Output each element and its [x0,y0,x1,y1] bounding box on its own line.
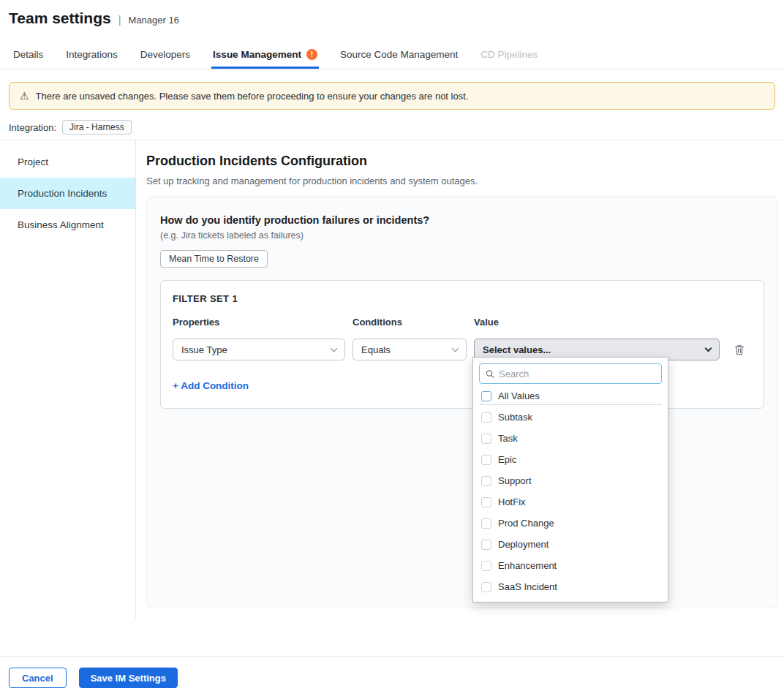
filter-set-1: FILTER SET 1 Properties Conditions Value… [160,280,764,409]
page-header: Team settings | Manager 16 [9,10,179,27]
option-all-values-label: All Values [498,390,540,401]
option-subtask-label: Subtask [498,412,532,423]
unsaved-changes-banner: ⚠ There are unsaved changes. Please save… [9,82,775,110]
trash-icon [734,344,745,356]
sidebar-item-project-label: Project [18,156,48,167]
option-saas-incident[interactable]: SaaS Incident [479,576,662,597]
option-support[interactable]: Support [479,470,662,491]
option-enhancement[interactable]: Enhancement [479,555,662,576]
section-subtitle: Set up tracking and management for produ… [146,175,778,186]
tab-integrations-label: Integrations [66,49,118,60]
value-multiselect-placeholder: Select values... [483,344,551,355]
option-customer-notification[interactable]: Customer Notification [479,597,662,602]
option-task-label: Task [498,433,518,444]
option-deployment[interactable]: Deployment [479,534,662,555]
tab-cd-pipelines: CD Pipelines [479,42,539,69]
sidebar-item-business-alignment[interactable]: Business Alignment [0,209,135,241]
settings-sidebar: Project Production Incidents Business Al… [0,140,136,618]
checkbox-epic[interactable] [481,455,491,465]
tab-details[interactable]: Details [12,42,45,69]
footer-divider [0,656,784,657]
tab-issue-management[interactable]: Issue Management ! [211,42,319,69]
tab-issue-management-label: Issue Management [213,49,301,60]
checkbox-hotfix[interactable] [481,497,491,507]
option-support-label: Support [498,475,532,486]
sidebar-item-production-incidents[interactable]: Production Incidents [0,178,135,209]
search-icon [486,369,494,379]
column-header-value: Value [474,317,720,328]
checkbox-all-values[interactable] [481,391,491,401]
chevron-down-icon [331,344,338,352]
sidebar-item-production-incidents-label: Production Incidents [18,188,107,199]
integration-row: Integration: Jira - Harness [9,120,132,135]
section-title: Production Incidents Configuration [146,154,778,169]
tab-source-code-management[interactable]: Source Code Management [339,42,459,69]
checkbox-enhancement[interactable] [481,561,491,571]
option-enhancement-label: Enhancement [498,560,557,571]
option-epic-label: Epic [498,454,516,465]
title-separator: | [118,13,121,26]
filter-column-headers: Properties Conditions Value [173,317,752,328]
tab-details-label: Details [13,49,43,60]
sidebar-item-project[interactable]: Project [0,146,135,178]
column-header-conditions: Conditions [353,317,467,328]
option-deployment-label: Deployment [498,539,549,550]
tab-integrations[interactable]: Integrations [64,42,119,69]
checkbox-saas-incident[interactable] [481,582,491,592]
conditions-select-value: Equals [361,344,391,355]
footer-actions: Cancel Save IM Settings [9,668,178,688]
save-im-settings-button[interactable]: Save IM Settings [79,668,178,688]
properties-select-value: Issue Type [181,344,227,355]
integration-chip[interactable]: Jira - Harness [62,120,132,135]
dropdown-search [479,363,662,384]
tab-bar: Details Integrations Developers Issue Ma… [0,42,784,69]
page-title: Team settings [9,10,111,27]
conditions-select[interactable]: Equals [353,339,467,360]
tab-developers-label: Developers [140,49,190,60]
config-question: How do you identify production failures … [160,214,764,226]
option-epic[interactable]: Epic [479,449,662,470]
option-hotfix-label: HotFix [498,496,526,507]
tab-source-code-management-label: Source Code Management [340,49,458,60]
delete-condition-button[interactable] [734,344,745,356]
option-prod-change-label: Prod Change [498,518,554,529]
filter-set-title: FILTER SET 1 [173,293,752,304]
unsaved-changes-text: There are unsaved changes. Please save t… [36,91,469,102]
team-name: Manager 16 [129,15,179,26]
main-header: Production Incidents Configuration Set u… [146,154,778,186]
option-saas-incident-label: SaaS Incident [498,581,557,592]
checkbox-deployment[interactable] [481,540,491,550]
checkbox-task[interactable] [481,434,491,444]
option-prod-change[interactable]: Prod Change [479,513,662,534]
checkbox-prod-change[interactable] [481,518,491,529]
tab-cd-pipelines-label: CD Pipelines [480,49,538,60]
option-hotfix[interactable]: HotFix [479,491,662,513]
option-subtask[interactable]: Subtask [479,407,662,428]
checkbox-subtask[interactable] [481,412,491,423]
config-hint: (e.g. Jira tickets labeled as failures) [160,230,764,241]
option-task[interactable]: Task [479,428,662,449]
sidebar-item-business-alignment-label: Business Alignment [18,219,104,230]
add-condition-button[interactable]: + Add Condition [173,380,249,391]
incidents-config-card: How do you identify production failures … [146,196,778,608]
metric-chip-mttr[interactable]: Mean Time to Restore [160,250,268,268]
warning-badge-icon: ! [306,49,317,60]
integration-label: Integration: [9,122,56,133]
tab-developers[interactable]: Developers [139,42,192,69]
team-settings-page: Team settings | Manager 16 Details Integ… [0,0,784,699]
cancel-button[interactable]: Cancel [9,668,67,688]
checkbox-support[interactable] [481,476,491,486]
properties-select[interactable]: Issue Type [173,339,345,360]
dropdown-search-input[interactable] [499,369,655,379]
chevron-down-icon [705,344,712,352]
option-all-values[interactable]: All Values [479,388,662,405]
value-dropdown-panel: All Values Subtask Task Epic Support Hot… [472,357,668,602]
warning-triangle-icon: ⚠ [20,91,29,101]
column-header-properties: Properties [173,317,345,328]
chevron-down-icon [452,344,459,352]
